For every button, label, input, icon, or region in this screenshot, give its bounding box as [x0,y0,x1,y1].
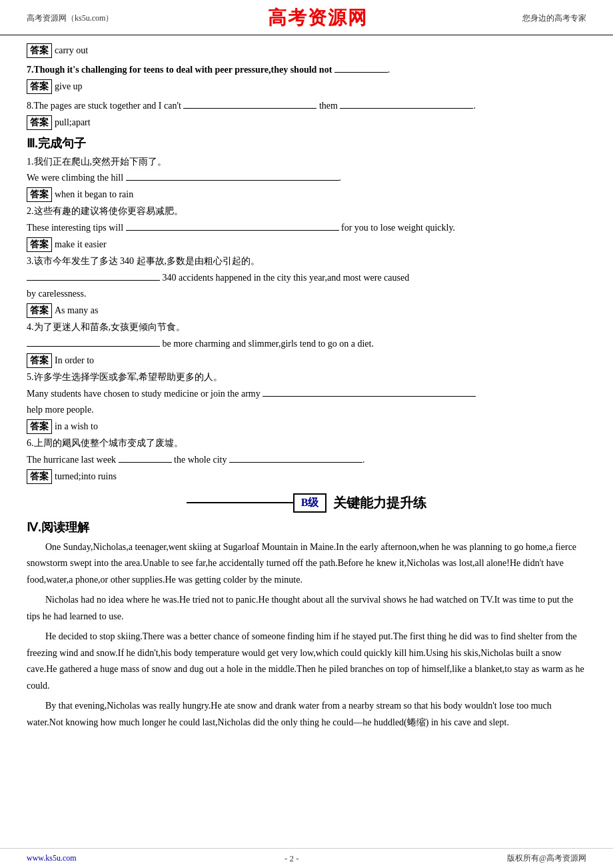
reading-para-1: One Sunday,Nicholas,a teenager,went skii… [27,539,586,589]
s3-answer-row-4: 答案 In order to [27,353,586,368]
reading-section: Ⅳ.阅读理解 One Sunday,Nicholas,a teenager,we… [27,519,586,731]
footer-right: 版权所有@高考资源网 [507,853,586,864]
s3q3-cn: 3.该市今年发生了多达 340 起事故,多数是由粗心引起的。 [27,253,586,269]
reading-para-3: He decided to stop skiing.There was a be… [27,629,586,694]
s3q5-blank [263,386,476,397]
s3q1-cn: 1.我们正在爬山,突然开始下雨了。 [27,154,586,170]
answer-row-6: 答案 carry out [27,43,586,58]
s3q1-en-text: We were climbing the hill [27,173,123,183]
b-level-box: B级 [293,493,327,513]
s3-answer-row-2: 答案 make it easier [27,237,586,252]
q7-blank [334,62,388,73]
s3q1-blank [126,170,339,181]
s3q4-blank [27,336,160,347]
s3q5-en2: help more people. [27,402,586,418]
answer-badge-8: 答案 [27,115,52,130]
s3q6-en-text: The hurricane last week [27,455,116,465]
answer-text-6: carry out [55,45,88,56]
section3-heading: Ⅲ.完成句子 [27,135,586,151]
s3q4-cn: 4.为了更迷人和苗条,女孩更倾向节食。 [27,319,586,335]
s3-answer-row-6: 答案 turned;into ruins [27,469,586,484]
s3q2-blank [126,220,339,231]
s3q4-en-text: be more charming and slimmer,girls tend … [163,339,374,349]
header-center: 高考资源网 [268,5,368,31]
header: 高考资源网（ks5u.com） 高考资源网 您身边的高考专家 [0,0,613,35]
answer-text-7: give up [55,81,83,92]
q8-blank2 [340,98,473,109]
s3-answer-badge-4: 答案 [27,353,52,368]
answer-row-7: 答案 give up [27,79,586,94]
q7-text: 7.Though it's challenging for teens to d… [27,65,332,75]
s3q3-en-text: 340 accidents happened in the city this … [163,273,410,283]
s3q2-en: These interesting tips will for you to l… [27,220,586,236]
s3-answer-text-2: make it easier [55,239,107,250]
answer-badge-7: 答案 [27,79,52,94]
answer-text-8: pull;apart [55,117,91,128]
s3-answer-text-4: In order to [55,355,94,366]
s3-answer-badge-5: 答案 [27,419,52,434]
s3q5-en: Many students have chosen to study medic… [27,386,586,402]
reading-para-2: Nicholas had no idea where he was.He tri… [27,592,586,625]
s3q2-en-text: These interesting tips will [27,223,123,233]
s3q2-en2: for you to lose weight quickly. [341,223,455,233]
answer-badge-6: 答案 [27,43,52,58]
q8-blank1 [183,98,316,109]
q8-text2: them [319,101,338,111]
s3q3-en: 340 accidents happened in the city this … [27,270,586,286]
s3q6-blank2 [229,452,362,463]
s3-answer-badge-2: 答案 [27,237,52,252]
s3q6-cn: 6.上周的飓风使整个城市变成了废墟。 [27,435,586,451]
b-level-line-left [187,502,293,503]
s3-answer-row-5: 答案 in a wish to [27,419,586,434]
answer-row-8: 答案 pull;apart [27,115,586,130]
s3-answer-row-1: 答案 when it began to rain [27,187,586,202]
s3q4-en: be more charming and slimmer,girls tend … [27,336,586,352]
s3q5-en-text: Many students have chosen to study medic… [27,389,261,399]
s3-answer-badge-6: 答案 [27,469,52,484]
header-left: 高考资源网（ks5u.com） [27,13,113,24]
s3-answer-text-3: As many as [55,305,98,316]
footer-left: www.ks5u.com [27,853,77,863]
s3-answer-row-3: 答案 As many as [27,303,586,318]
reading-para-4: By that evening,Nicholas was really hung… [27,698,586,731]
s3q3-en2: by carelessness. [27,286,586,302]
b-level-text: 关键能力提升练 [333,494,426,512]
s3q3-blank [27,270,160,281]
q8-text: 8.The pages are stuck together and I can… [27,101,181,111]
s3q6-blank1 [119,452,172,463]
s3-answer-text-1: when it began to rain [55,189,133,200]
s3q6-en: The hurricane last week the whole city . [27,452,586,468]
s3-answer-badge-3: 答案 [27,303,52,318]
s3q1-en: We were climbing the hill . [27,170,586,186]
header-right: 您身边的高考专家 [522,13,586,24]
s3-answer-text-6: turned;into ruins [55,471,117,482]
question-7: 7.Though it's challenging for teens to d… [27,62,586,78]
s3q6-en2: the whole city [174,455,227,465]
footer: www.ks5u.com - 2 - 版权所有@高考资源网 [0,848,613,868]
footer-center: - 2 - [285,853,299,864]
s3q2-cn: 2.这些有趣的建议将使你更容易减肥。 [27,203,586,219]
s3q5-cn: 5.许多学生选择学医或参军,希望帮助更多的人。 [27,369,586,385]
s3-answer-badge-1: 答案 [27,187,52,202]
page: 高考资源网（ks5u.com） 高考资源网 您身边的高考专家 答案 carry … [0,0,613,868]
s3-answer-text-5: in a wish to [55,421,98,432]
main-content: 答案 carry out 7.Though it's challenging f… [0,35,613,775]
b-level-banner: B级 关键能力提升练 [27,493,586,513]
section4-heading: Ⅳ.阅读理解 [27,519,586,535]
question-8: 8.The pages are stuck together and I can… [27,98,586,114]
